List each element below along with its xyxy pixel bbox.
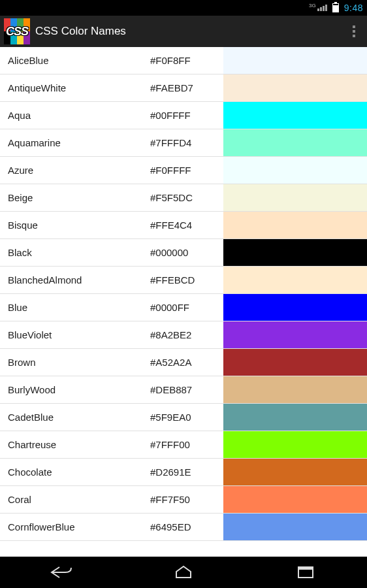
color-hex: #8A2BE2	[150, 329, 223, 340]
color-row[interactable]: Coral#FF7F50	[0, 486, 367, 514]
color-name: CadetBlue	[0, 412, 150, 423]
color-name: Coral	[0, 494, 150, 505]
color-swatch	[223, 267, 367, 293]
page-title: CSS Color Names	[35, 25, 341, 38]
color-swatch	[223, 102, 367, 129]
color-hex: #5F9EA0	[150, 412, 223, 423]
color-hex: #D2691E	[150, 466, 223, 478]
color-row[interactable]: Aquamarine#7FFFD4	[0, 129, 367, 157]
color-row[interactable]: Black#000000	[0, 239, 367, 267]
color-row[interactable]: AntiqueWhite#FAEBD7	[0, 74, 367, 102]
color-name: Beige	[0, 192, 150, 203]
color-swatch	[223, 514, 367, 540]
color-swatch	[223, 157, 367, 184]
color-swatch	[223, 404, 367, 431]
color-hex: #A52A2A	[150, 357, 223, 368]
home-button[interactable]	[157, 562, 210, 583]
color-row[interactable]: Brown#A52A2A	[0, 349, 367, 376]
color-row[interactable]: Chocolate#D2691E	[0, 459, 367, 486]
color-name: Black	[0, 247, 150, 258]
color-name: Azure	[0, 165, 150, 176]
app-icon: CSS	[4, 18, 30, 44]
color-name: BlanchedAlmond	[0, 274, 150, 286]
color-row[interactable]: Aqua#00FFFF	[0, 102, 367, 129]
color-hex: #0000FF	[150, 302, 223, 313]
color-hex: #6495ED	[150, 521, 223, 532]
color-name: AntiqueWhite	[0, 82, 150, 93]
color-row[interactable]: AliceBlue#F0F8FF	[0, 47, 367, 74]
clock: 9:48	[344, 3, 363, 13]
color-row[interactable]: BlanchedAlmond#FFEBCD	[0, 267, 367, 294]
color-hex: #F0F8FF	[150, 55, 223, 66]
color-swatch	[223, 74, 367, 101]
app-icon-text: CSS	[4, 18, 30, 44]
color-hex: #00FFFF	[150, 110, 223, 121]
color-row[interactable]: CornflowerBlue#6495ED	[0, 514, 367, 541]
color-swatch	[223, 294, 367, 321]
color-swatch	[223, 212, 367, 238]
nav-bar	[0, 557, 367, 588]
color-name: Bisque	[0, 220, 150, 231]
color-hex: #FFEBCD	[150, 274, 223, 286]
color-swatch	[223, 376, 367, 403]
screen: { "status": { "net_label": "3G", "time":…	[0, 0, 367, 588]
color-hex: #DEB887	[150, 384, 223, 395]
battery-icon	[332, 3, 339, 12]
color-swatch	[223, 129, 367, 156]
color-name: CornflowerBlue	[0, 521, 150, 532]
back-button[interactable]	[35, 562, 88, 583]
color-name: BurlyWood	[0, 384, 150, 395]
color-name: BlueViolet	[0, 329, 150, 340]
color-swatch	[223, 239, 367, 266]
color-hex: #000000	[150, 247, 223, 258]
color-name: Blue	[0, 302, 150, 313]
color-swatch	[223, 459, 367, 485]
color-swatch	[223, 349, 367, 376]
color-name: Aqua	[0, 110, 150, 121]
color-row[interactable]: Chartreuse#7FFF00	[0, 431, 367, 459]
color-hex: #FAEBD7	[150, 82, 223, 93]
color-row[interactable]: BlueViolet#8A2BE2	[0, 321, 367, 349]
color-swatch	[223, 184, 367, 211]
overflow-menu-button[interactable]	[341, 16, 367, 47]
color-row[interactable]: CadetBlue#5F9EA0	[0, 404, 367, 431]
color-row[interactable]: Blue#0000FF	[0, 294, 367, 321]
svg-rect-1	[298, 567, 313, 570]
color-hex: #FF7F50	[150, 494, 223, 505]
action-bar: CSS CSS Color Names	[0, 16, 367, 47]
color-name: AliceBlue	[0, 55, 150, 66]
color-swatch	[223, 47, 367, 74]
recent-apps-button[interactable]	[279, 562, 332, 583]
color-row[interactable]: Azure#F0FFFF	[0, 157, 367, 184]
color-name: Chartreuse	[0, 439, 150, 450]
color-name: Aquamarine	[0, 137, 150, 148]
color-hex: #FFE4C4	[150, 220, 223, 231]
color-row[interactable]: Beige#F5F5DC	[0, 184, 367, 212]
color-hex: #F0FFFF	[150, 165, 223, 176]
status-bar: 3G 9:48	[0, 0, 367, 16]
color-hex: #7FFFD4	[150, 137, 223, 148]
color-list[interactable]: AliceBlue#F0F8FFAntiqueWhite#FAEBD7Aqua#…	[0, 47, 367, 557]
color-hex: #F5F5DC	[150, 192, 223, 203]
color-hex: #7FFF00	[150, 439, 223, 450]
signal-icon	[317, 5, 327, 11]
color-name: Brown	[0, 357, 150, 368]
network-label: 3G	[309, 3, 316, 8]
color-row[interactable]: Bisque#FFE4C4	[0, 212, 367, 239]
color-swatch	[223, 321, 367, 348]
color-name: Chocolate	[0, 466, 150, 478]
color-row[interactable]: BurlyWood#DEB887	[0, 376, 367, 404]
color-swatch	[223, 431, 367, 458]
color-swatch	[223, 486, 367, 513]
